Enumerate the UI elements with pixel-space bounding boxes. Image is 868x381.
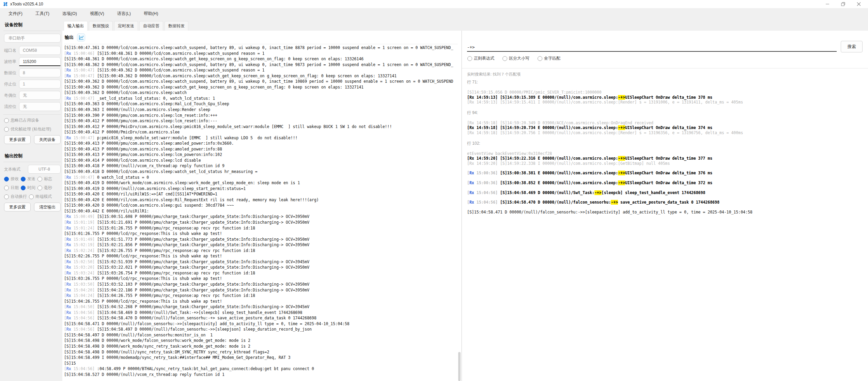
device-field-value[interactable]: 无	[19, 102, 61, 111]
output-button-0[interactable]: 更多设置	[4, 203, 31, 211]
checkbox-日期[interactable]: 日期	[4, 185, 19, 191]
device-field-label: 端口名	[4, 48, 19, 53]
search-input[interactable]	[467, 43, 837, 52]
checkbox-自动换行[interactable]: 自动换行	[4, 194, 27, 200]
tab-输入输出[interactable]: 输入输出	[64, 21, 88, 31]
rx-timestamp: 15:02:19]	[71, 242, 97, 247]
checkbox-接收[interactable]: 接收	[4, 176, 19, 182]
log-line: [S]15:00:49.412 P 00000/PmicDrv/com.asrm…	[64, 124, 458, 130]
device-type-select[interactable]: 串口助手	[4, 34, 61, 43]
io-panel: 输出 [S]15:00:47.361 D 00000/lcd/com.asrmi…	[62, 31, 461, 381]
device-field-row: 奇偶位无	[4, 91, 61, 100]
device-checkbox-row: 优化帧处理 (粘包处理)	[4, 126, 61, 132]
rx-tag: Rx	[66, 271, 71, 275]
sidebar: 设备控制 串口助手 端口名COM58波特率115200数据位8停止位1奇偶位无流…	[3, 20, 61, 381]
checkbox-标志[interactable]: 标志	[37, 176, 52, 182]
search-result-match: [Rx 14:59:18] [S]14:59:20.734 E 00000/(n…	[467, 125, 865, 130]
search-result-match: [Rx 14:59:13] [S]14:59:15.389 E 00000/(n…	[467, 95, 865, 100]
rx-timestamp: 15:00:47]	[71, 136, 97, 140]
rx-tag: Rx	[66, 316, 71, 320]
checkbox-label: 时间	[27, 185, 35, 191]
rx-bracket: [	[64, 265, 66, 270]
tab-自动应答[interactable]: 自动应答	[139, 21, 163, 31]
device-field-value[interactable]: 1	[19, 80, 61, 89]
minimize-icon[interactable]	[820, 0, 835, 8]
log-line: [S]15:04:58.499 I 00000/modemadp/sync_re…	[64, 355, 458, 361]
rx-tag: Rx	[66, 237, 71, 242]
rx-timestamp: 15:04:56]	[474, 200, 500, 205]
log-line: [S]15:00:49.363 I 00000/(null)/com.asrmi…	[64, 107, 458, 113]
app-window: xTools v2025.4.10 文件(F)工具(T)选项(O)视图(V)语言…	[0, 0, 868, 381]
device-field-value[interactable]: 115200	[19, 57, 61, 66]
checkbox-毫秒[interactable]: 毫秒	[37, 185, 52, 191]
checkbox-全字匹配[interactable]: 全字匹配	[538, 55, 560, 61]
menu-item-2[interactable]: 选项(O)	[57, 9, 82, 18]
rx-bracket: [	[467, 190, 469, 195]
checkbox-circle-icon	[37, 177, 42, 181]
log-line: [Rx 15:02:24] [S]15:02:26.755 P 00000/pm…	[64, 248, 458, 254]
log-line: [Rx 15:00:47] [S]15:00:49.362 D 00000/lc…	[64, 73, 458, 79]
title-bar: xTools v2025.4.10	[0, 0, 868, 8]
checkbox-优化帧处理 (粘包处理)[interactable]: 优化帧处理 (粘包处理)	[4, 126, 51, 132]
output-checkbox-row: 接收发送标志	[4, 176, 61, 182]
checkbox-忽略已占用设备[interactable]: 忽略已占用设备	[4, 117, 39, 123]
line-chart-icon[interactable]	[77, 33, 85, 42]
close-icon[interactable]	[851, 0, 867, 8]
log-line: [S]15:00:49.418 P 00000/(null)/vcom_rx_t…	[64, 163, 458, 169]
menu-item-5[interactable]: 帮助(H)	[139, 9, 163, 18]
rx-bracket: [	[64, 282, 66, 287]
search-result-context: etEventView backEventView:0x310ecf28	[467, 151, 865, 156]
maximize-icon[interactable]	[835, 0, 851, 8]
tab-定时发送[interactable]: 定时发送	[114, 21, 138, 31]
rx-timestamp: 15:00:47]	[71, 96, 97, 101]
divider	[3, 31, 61, 31]
search-button[interactable]: 搜索	[841, 41, 863, 52]
device-buttons: 更多设置关闭设备	[4, 135, 61, 144]
rx-tag: Rx	[66, 68, 71, 73]
checkbox-发送[interactable]: 发送	[21, 176, 35, 182]
log-line: [S]15:03:26.755 P 00000/lcd/rpc_response…	[64, 276, 458, 282]
rx-timestamp: 15:04:56]	[71, 366, 97, 371]
checkbox-label: 发送	[27, 176, 35, 182]
rx-bracket: [	[64, 259, 66, 264]
rx-timestamp: 15:02:24]	[71, 248, 97, 253]
checkbox-时间[interactable]: 时间	[21, 185, 35, 191]
output-button-1[interactable]: 清空输出	[34, 203, 61, 211]
search-results[interactable]: 行 71:[S]14:59:15.056 D 00000/PMIC/pmic_S…	[467, 79, 865, 381]
log-line: [S]15	[64, 361, 458, 366]
highlighted-match-text: -+>	[618, 125, 625, 130]
device-field-value[interactable]: 8	[19, 68, 61, 77]
checkbox-正则表达式[interactable]: 正则表达式	[467, 55, 494, 61]
menu-item-0[interactable]: 文件(F)	[3, 9, 28, 18]
checkbox-终端模式[interactable]: 终端模式	[29, 194, 52, 200]
output-log[interactable]: [S]15:00:47.361 D 00000/lcd/com.asrmicro…	[64, 44, 458, 381]
search-result-match: [Rx 15:00:36] [S]15:00:38.852 E 00000/(n…	[467, 180, 865, 186]
device-checkbox-row: 忽略已占用设备	[4, 117, 61, 123]
menu-item-4[interactable]: 语言(L)	[112, 9, 136, 18]
menu-item-3[interactable]: 视图(V)	[85, 9, 109, 18]
window-title: xTools v2025.4.10	[10, 2, 43, 6]
log-line: [S]15:00:47.361 D 00000/lcd/com.asrmicro…	[64, 45, 458, 51]
text-format-row: 文本格式 UTF-8	[4, 165, 61, 174]
output-label: 输出	[65, 34, 74, 41]
text-format-select[interactable]: UTF-8	[28, 165, 61, 174]
log-scrollbar-thumb[interactable]	[458, 352, 461, 381]
log-line: [S]15:00:49.362 D 00000/lcd/com.asrmicro…	[64, 84, 458, 90]
log-line: [S]15:04:58.498 D 00000/work_mode/falcon…	[64, 338, 458, 344]
rx-tag: Rx	[469, 180, 474, 185]
device-field-value[interactable]: 无	[19, 91, 61, 100]
device-field-value[interactable]: COM58	[19, 46, 61, 55]
rx-timestamp: 15:03:24]	[71, 271, 97, 275]
device-button-0[interactable]: 更多设置	[4, 135, 31, 144]
highlighted-match-text: -+>	[618, 156, 625, 161]
device-button-1[interactable]: 关闭设备	[34, 135, 61, 144]
tab-数据预设[interactable]: 数据预设	[89, 21, 113, 31]
checkbox-区分大小写[interactable]: 区分大小写	[502, 55, 529, 61]
log-line: [Rx 15:04:56] [S]15:04:58.469 D 00000/(n…	[64, 310, 458, 316]
log-line: [S]15:04:58.498 D 00000/work_mode/sync_r…	[64, 344, 458, 349]
menu-item-1[interactable]: 工具(T)	[30, 9, 55, 18]
tab-数据转发[interactable]: 数据转发	[165, 21, 188, 31]
checkbox-circle-icon	[21, 177, 26, 181]
search-result-context: [Rx 14:59:13] [S]14:59:15.411 I 00000/(n…	[467, 100, 865, 105]
rx-timestamp: 15:01:24]	[71, 226, 97, 231]
